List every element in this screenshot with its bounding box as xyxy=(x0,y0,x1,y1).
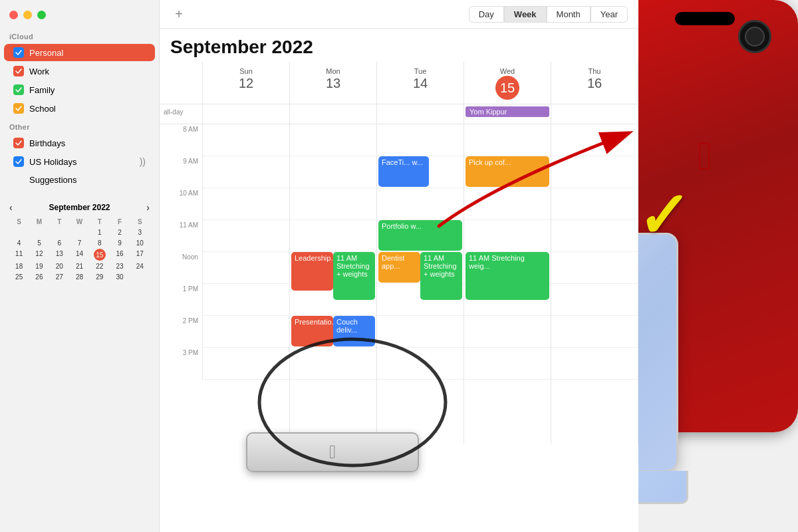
allday-cell-tue xyxy=(377,104,464,124)
mini-cal-day-header: F xyxy=(110,217,129,227)
time-1pm: 1 PM xyxy=(160,284,203,316)
mini-calendar: ‹ September 2022 › SMTWTFS12345678910111… xyxy=(0,202,159,282)
calendar-month: September xyxy=(170,37,267,57)
mini-cal-day[interactable]: 5 xyxy=(29,238,49,248)
us-holidays-check-icon xyxy=(13,156,24,167)
mini-cal-day[interactable]: 28 xyxy=(70,272,89,282)
mini-cal-day[interactable]: 6 xyxy=(50,238,69,248)
sidebar-item-work[interactable]: Work xyxy=(4,63,155,80)
mini-cal-day[interactable]: 7 xyxy=(70,238,89,248)
add-event-button[interactable]: + xyxy=(170,5,188,23)
tab-year[interactable]: Year xyxy=(591,6,628,23)
allday-cell-thu xyxy=(551,104,638,124)
yom-kippur-event[interactable]: Yom Kippur xyxy=(466,106,549,117)
suggestions-label: Suggestions xyxy=(29,175,77,185)
facetime-event[interactable]: FaceTi... w... xyxy=(378,156,429,187)
calendar-year-val: 2022 xyxy=(272,37,313,57)
birthdays-label: Birthdays xyxy=(29,138,65,148)
work-label: Work xyxy=(29,66,49,76)
tab-month[interactable]: Month xyxy=(547,6,591,23)
mini-cal-day[interactable]: 1 xyxy=(90,227,109,237)
sidebar-item-birthdays[interactable]: Birthdays xyxy=(4,134,155,152)
us-holidays-label: US Holidays xyxy=(29,157,77,167)
stretching-wed-event[interactable]: 11 AM Stretching weig... xyxy=(466,252,549,300)
mini-cal-day[interactable]: 9 xyxy=(110,238,129,248)
day-num-16: 16 xyxy=(554,76,635,91)
sidebar-item-family[interactable]: Family xyxy=(4,81,155,98)
mini-cal-day[interactable]: 12 xyxy=(29,249,49,261)
mini-cal-day[interactable]: 15 xyxy=(94,249,106,261)
dentist-event[interactable]: Dentist app... xyxy=(378,252,420,283)
day-abbr-wed: Wed xyxy=(500,67,515,75)
mini-cal-day[interactable]: 4 xyxy=(9,238,29,248)
close-button[interactable] xyxy=(9,11,18,19)
mini-cal-day[interactable]: 23 xyxy=(110,261,129,271)
mini-cal-day[interactable]: 18 xyxy=(9,261,29,271)
day-header-sun12: Sun 12 xyxy=(203,62,290,104)
mini-cal-day[interactable]: 8 xyxy=(90,238,109,248)
day-col-thu xyxy=(551,124,638,444)
stretching-tue-event[interactable]: 11 AM Stretching + weights xyxy=(420,252,462,300)
pickup-coffee-event[interactable]: Pick up cof... xyxy=(466,156,549,187)
mini-cal-day[interactable]: 2 xyxy=(110,227,129,237)
mini-cal-day[interactable]: 30 xyxy=(110,272,129,282)
allday-cell-sun xyxy=(203,104,290,124)
mini-cal-day[interactable]: 25 xyxy=(9,272,29,282)
mini-cal-prev[interactable]: ‹ xyxy=(9,202,13,213)
mini-cal-day[interactable]: 24 xyxy=(130,261,150,271)
mini-cal-day[interactable]: 29 xyxy=(90,272,109,282)
portfolio-event[interactable]: Portfolio w... xyxy=(378,220,462,251)
sidebar-item-personal[interactable]: Personal xyxy=(4,44,155,61)
mini-cal-day[interactable]: 10 xyxy=(130,238,150,248)
time-9am: 9 AM xyxy=(160,156,203,188)
school-check-icon xyxy=(13,103,24,114)
day-header-wed15: Wed 15 xyxy=(464,62,551,104)
day-abbr-thu: Thu xyxy=(589,67,601,75)
mini-cal-day[interactable]: 16 xyxy=(110,249,129,261)
maximize-button[interactable] xyxy=(37,11,46,19)
mini-cal-day[interactable]: 26 xyxy=(29,272,49,282)
mac-mini-body:  xyxy=(246,432,419,472)
sidebar-item-school[interactable]: School xyxy=(4,100,155,117)
mini-cal-day[interactable]: 20 xyxy=(50,261,69,271)
leadership-event[interactable]: Leadership... xyxy=(291,252,333,291)
sidebar-item-us-holidays[interactable]: US Holidays )) xyxy=(4,153,155,170)
mini-cal-day-header: S xyxy=(130,217,150,227)
family-check-icon xyxy=(13,84,24,95)
minimize-button[interactable] xyxy=(23,11,32,19)
school-label: School xyxy=(29,104,56,114)
allday-row: all-day Yom Kippur xyxy=(160,104,638,124)
mini-cal-next[interactable]: › xyxy=(146,202,150,213)
mini-cal-day[interactable]: 19 xyxy=(29,261,49,271)
day-num-14: 14 xyxy=(380,76,461,91)
mini-cal-day[interactable]: 13 xyxy=(50,249,69,261)
stretching-mon-event[interactable]: 11 AM Stretching + weights xyxy=(333,252,375,300)
mini-cal-day[interactable]: 27 xyxy=(50,272,69,282)
sidebar-item-suggestions[interactable]: Suggestions xyxy=(4,172,155,188)
mini-cal-day-header: M xyxy=(29,217,49,227)
day-col-wed: Pick up cof... 11 AM Stretching weig... xyxy=(464,124,551,444)
mini-cal-day[interactable]: 17 xyxy=(130,249,150,261)
time-10am: 10 AM xyxy=(160,188,203,220)
time-noon: Noon xyxy=(160,252,203,284)
mac-mini-image:  xyxy=(219,379,446,512)
mini-cal-day[interactable]: 21 xyxy=(70,261,89,271)
mini-cal-day[interactable]: 22 xyxy=(90,261,109,271)
mini-cal-day[interactable]: 11 xyxy=(9,249,29,261)
day-num-15: 15 xyxy=(495,76,519,100)
couch-delivery-event[interactable]: Couch deliv... xyxy=(333,316,375,346)
day-abbr-tue: Tue xyxy=(414,67,427,75)
icloud-section-label: iCloud xyxy=(0,27,159,43)
personal-label: Personal xyxy=(29,48,63,58)
mini-cal-day-header: S xyxy=(9,217,29,227)
tab-week[interactable]: Week xyxy=(504,6,547,23)
presentation-event[interactable]: Presentatio... xyxy=(291,316,333,346)
other-section-label: Other xyxy=(0,118,159,134)
mac-mini-apple-logo:  xyxy=(329,442,336,463)
day-num-13: 13 xyxy=(293,76,374,91)
mini-cal-day[interactable]: 3 xyxy=(130,227,150,237)
personal-check-icon xyxy=(13,47,24,58)
calendar-title: September 2022 xyxy=(160,29,638,62)
mini-cal-day[interactable]: 14 xyxy=(70,249,89,261)
tab-day[interactable]: Day xyxy=(469,6,504,23)
